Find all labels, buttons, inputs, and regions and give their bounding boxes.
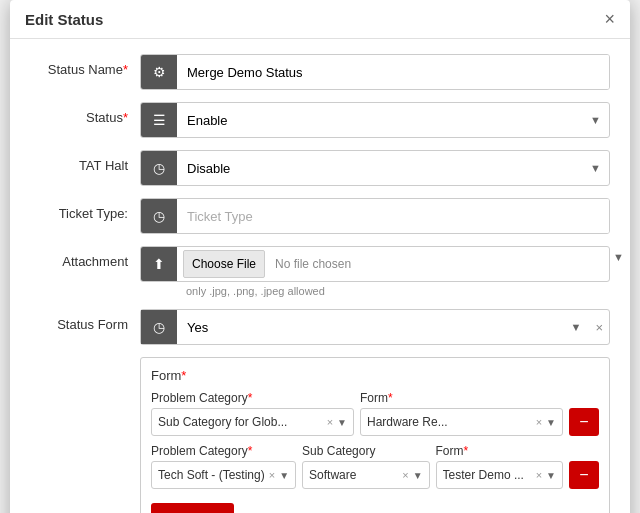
ticket-type-input[interactable] xyxy=(177,199,609,233)
attachment-content: ⬆ Choose File No file chosen only .jpg, … xyxy=(140,246,610,297)
tat-halt-select-wrapper: Disable Enable ▼ xyxy=(177,151,609,185)
form-clear-1[interactable]: × xyxy=(536,416,542,428)
prob-cat-group-2: Problem Category* Tech Soft - (Testing) … xyxy=(151,444,296,489)
status-form-label: Status Form xyxy=(30,309,140,332)
status-form-clear-icon[interactable]: × xyxy=(589,320,609,335)
attachment-row: Attachment ⬆ Choose File No file chosen … xyxy=(30,246,610,297)
status-select[interactable]: Enable Disable xyxy=(177,103,609,137)
form-sub-label: Form* xyxy=(151,368,599,383)
modal-header: Edit Status × xyxy=(10,0,630,39)
add-new-button[interactable]: Add new xyxy=(151,503,234,513)
ticket-type-label: Ticket Type: xyxy=(30,198,140,221)
status-name-field-wrapper: ⚙ xyxy=(140,54,610,90)
tat-halt-field-wrapper: ◷ Disable Enable ▼ xyxy=(140,150,610,186)
status-form-wrapper: ◷ Yes No ▼ × ▼ xyxy=(140,309,610,345)
form-arrow-1: ▼ xyxy=(546,417,556,428)
form-value-2: Tester Demo ... xyxy=(443,468,532,482)
modal-title: Edit Status xyxy=(25,11,103,28)
form-arrow-2: ▼ xyxy=(546,470,556,481)
tat-halt-row: TAT Halt ◷ Disable Enable ▼ xyxy=(30,150,610,186)
status-row: Status* ☰ Enable Disable ▼ xyxy=(30,102,610,138)
remove-row-1-button[interactable]: − xyxy=(569,408,599,436)
prob-cat-arrow-2: ▼ xyxy=(279,470,289,481)
status-field-wrapper: ☰ Enable Disable ▼ xyxy=(140,102,610,138)
prob-cat-select-2[interactable]: Tech Soft - (Testing) × ▼ xyxy=(151,461,296,489)
form-sub-section: Form* Problem Category* Sub Category for… xyxy=(140,357,610,513)
attachment-hint: only .jpg, .png, .jpeg allowed xyxy=(186,285,610,297)
prob-cat-clear-1[interactable]: × xyxy=(327,416,333,428)
status-form-icon: ◷ xyxy=(141,310,177,344)
form-select-2[interactable]: Tester Demo ... × ▼ xyxy=(436,461,563,489)
status-form-row: Status Form ◷ Yes No ▼ × ▼ xyxy=(30,309,610,345)
prob-cat-label-2: Problem Category* xyxy=(151,444,296,458)
sub-cat-select-2[interactable]: Software × ▼ xyxy=(302,461,429,489)
ticket-type-icon: ◷ xyxy=(141,199,177,233)
modal-body: Status Name* ⚙ Status* ☰ Enable Disable … xyxy=(10,39,630,513)
sub-cat-group-2: Sub Category Software × ▼ xyxy=(302,444,429,489)
choose-file-button[interactable]: Choose File xyxy=(183,250,265,278)
status-name-input[interactable] xyxy=(177,55,609,89)
attachment-inner: ⬆ Choose File No file chosen xyxy=(140,246,610,282)
sub-cat-clear-2[interactable]: × xyxy=(402,469,408,481)
ticket-type-row: Ticket Type: ◷ xyxy=(30,198,610,234)
status-name-row: Status Name* ⚙ xyxy=(30,54,610,90)
form-sub-row-2: Problem Category* Tech Soft - (Testing) … xyxy=(151,444,599,489)
prob-cat-label-1: Problem Category* xyxy=(151,391,354,405)
form-label-2: Form* xyxy=(436,444,563,458)
form-label-1: Form* xyxy=(360,391,563,405)
form-group-1: Form* Hardware Re... × ▼ xyxy=(360,391,563,436)
prob-cat-clear-2[interactable]: × xyxy=(269,469,275,481)
file-chosen-label: No file chosen xyxy=(265,257,361,271)
form-group-2: Form* Tester Demo ... × ▼ xyxy=(436,444,563,489)
sub-cat-label-2: Sub Category xyxy=(302,444,429,458)
form-sub-row-1: Problem Category* Sub Category for Glob.… xyxy=(151,391,599,436)
status-icon: ☰ xyxy=(141,103,177,137)
tat-halt-label: TAT Halt xyxy=(30,150,140,173)
status-form-top: ◷ Yes No ▼ × ▼ xyxy=(141,310,609,344)
modal-close-button[interactable]: × xyxy=(604,10,615,28)
tat-halt-select[interactable]: Disable Enable xyxy=(177,151,609,185)
form-select-1[interactable]: Hardware Re... × ▼ xyxy=(360,408,563,436)
sub-cat-value-2: Software xyxy=(309,468,398,482)
sub-cat-arrow-2: ▼ xyxy=(413,470,423,481)
status-select-wrapper: Enable Disable ▼ xyxy=(177,103,609,137)
prob-cat-group-1: Problem Category* Sub Category for Glob.… xyxy=(151,391,354,436)
status-label: Status* xyxy=(30,102,140,125)
status-form-select-wrapper: Yes No ▼ xyxy=(177,310,589,344)
form-clear-2[interactable]: × xyxy=(536,469,542,481)
edit-status-modal: Edit Status × Status Name* ⚙ Status* ☰ xyxy=(10,0,630,513)
ticket-type-field-wrapper: ◷ xyxy=(140,198,610,234)
prob-cat-arrow-1: ▼ xyxy=(337,417,347,428)
status-form-dropdown-icon: ▼ xyxy=(613,251,630,263)
remove-row-2-button[interactable]: − xyxy=(569,461,599,489)
status-form-select[interactable]: Yes No xyxy=(177,310,589,344)
prob-cat-value-2: Tech Soft - (Testing) xyxy=(158,468,265,482)
prob-cat-select-1[interactable]: Sub Category for Glob... × ▼ xyxy=(151,408,354,436)
status-name-icon: ⚙ xyxy=(141,55,177,89)
prob-cat-value-1: Sub Category for Glob... xyxy=(158,415,323,429)
tat-halt-icon: ◷ xyxy=(141,151,177,185)
form-value-1: Hardware Re... xyxy=(367,415,532,429)
attachment-label: Attachment xyxy=(30,246,140,269)
attachment-icon: ⬆ xyxy=(141,247,177,281)
status-name-label: Status Name* xyxy=(30,54,140,77)
